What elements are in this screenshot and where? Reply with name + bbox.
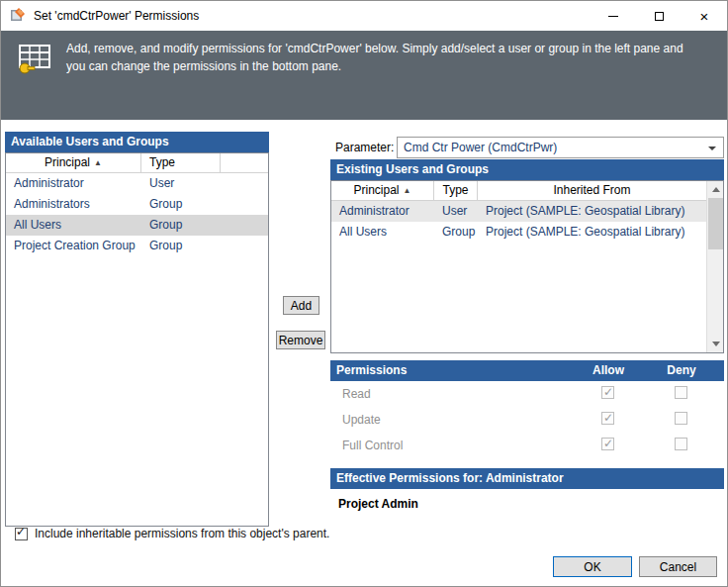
deny-column-label: Deny [656,360,707,381]
minimize-icon [608,16,618,17]
dialog-window: Set 'cmdCtrPower' Permissions × Add, rem… [0,0,728,587]
scrollbar-thumb[interactable] [708,198,723,249]
parameter-label: Parameter: [335,141,394,154]
existing-users-table: Principal▲ Type Inherited From Administr… [330,180,724,353]
permission-row: Full Control [330,433,724,458]
existing-users-body: Principal▲ Type Inherited From Administr… [331,181,706,352]
table-row[interactable]: All Users Group Project (SAMPLE: Geospat… [331,222,706,243]
existing-users-column-headers: Principal▲ Type Inherited From [331,181,706,201]
scroll-up-icon[interactable] [707,181,724,198]
available-users-pane: Available Users and Groups Principal▲ Ty… [5,132,269,527]
titlebar: Set 'cmdCtrPower' Permissions × [1,1,727,31]
sort-asc-icon: ▲ [94,158,102,167]
chevron-down-icon [708,147,716,150]
table-row[interactable]: All Users Group [6,215,268,236]
available-users-table: Principal▲ Type Administrator User Admin… [5,152,269,527]
permissions-title: Permissions [336,363,407,377]
table-row[interactable]: Project Creation Group Group [6,236,268,256]
column-header-principal[interactable]: Principal▲ [6,153,141,172]
permission-name: Read [342,387,371,401]
type-cell: User [434,201,478,222]
table-row[interactable]: Administrators Group [6,194,268,215]
maximize-button[interactable] [636,1,682,31]
permission-name: Update [342,413,381,427]
allow-column-label: Allow [583,360,634,381]
maximize-icon [655,12,664,21]
effective-permissions-header: Effective Permissions for: Administrator [330,468,724,489]
effective-permissions-value: Project Admin [338,497,418,511]
permissions-pane: Parameter: Cmd Ctr Power (CmdCtrPwr) Exi… [330,120,724,587]
remove-button[interactable]: Remove [276,331,325,349]
deny-checkbox[interactable] [675,412,687,425]
sort-asc-icon: ▲ [404,186,411,195]
type-cell: User [141,173,221,194]
allow-checkbox[interactable] [601,438,614,450]
permission-row: Update [330,407,724,433]
type-cell: Group [434,222,478,243]
available-users-header: Available Users and Groups [5,132,269,152]
banner-description: Add, remove, and modify permissions for … [66,40,691,75]
type-cell: Group [141,194,221,215]
deny-checkbox[interactable] [675,386,687,399]
parameter-dropdown[interactable]: Cmd Ctr Power (CmdCtrPwr) [397,137,724,158]
permission-name: Full Control [342,439,403,452]
permissions-table-icon [17,42,52,78]
table-row[interactable]: Administrator User [6,173,268,194]
column-header-type[interactable]: Type [434,181,478,200]
scroll-down-icon[interactable] [707,336,724,352]
inherit-permissions-row: Include inheritable permissions from thi… [15,527,329,540]
cancel-button[interactable]: Cancel [639,556,717,577]
minimize-button[interactable] [591,1,636,31]
available-users-column-headers: Principal▲ Type [6,153,268,173]
inherit-checkbox-label: Include inheritable permissions from thi… [35,527,329,540]
principal-cell: All Users [6,215,141,236]
ok-button[interactable]: OK [553,556,632,577]
principal-cell: Project Creation Group [6,236,141,256]
column-header-spacer [221,153,268,172]
allow-checkbox[interactable] [601,412,614,425]
column-header-inherited-from[interactable]: Inherited From [478,181,706,200]
window-controls: × [591,1,727,31]
principal-cell: All Users [331,222,434,243]
window-title: Set 'cmdCtrPower' Permissions [34,9,199,23]
column-header-principal[interactable]: Principal▲ [331,181,434,200]
app-icon [10,7,26,26]
inherit-checkbox[interactable] [15,528,28,540]
close-button[interactable]: × [682,1,727,31]
table-row[interactable]: Administrator User Project (SAMPLE: Geos… [331,201,706,222]
inherited-from-cell: Project (SAMPLE: Geospatial Library) [478,222,706,243]
type-cell: Group [141,236,221,256]
close-icon: × [700,9,709,24]
add-button[interactable]: Add [283,296,319,315]
inherited-from-cell: Project (SAMPLE: Geospatial Library) [478,201,706,222]
deny-checkbox[interactable] [675,438,687,450]
parameter-value: Cmd Ctr Power (CmdCtrPwr) [404,141,557,154]
scrollbar[interactable] [706,181,723,352]
principal-cell: Administrators [6,194,141,215]
principal-cell: Administrator [6,173,141,194]
permission-row: Read [330,381,724,407]
type-cell: Group [141,215,221,236]
permissions-header: Permissions Allow Deny [330,360,724,381]
allow-checkbox[interactable] [601,386,614,399]
description-banner: Add, remove, and modify permissions for … [1,31,727,120]
existing-users-header: Existing Users and Groups [330,159,724,180]
dialog-content: Available Users and Groups Principal▲ Ty… [1,120,727,587]
principal-cell: Administrator [331,201,434,222]
column-header-type[interactable]: Type [141,153,221,172]
